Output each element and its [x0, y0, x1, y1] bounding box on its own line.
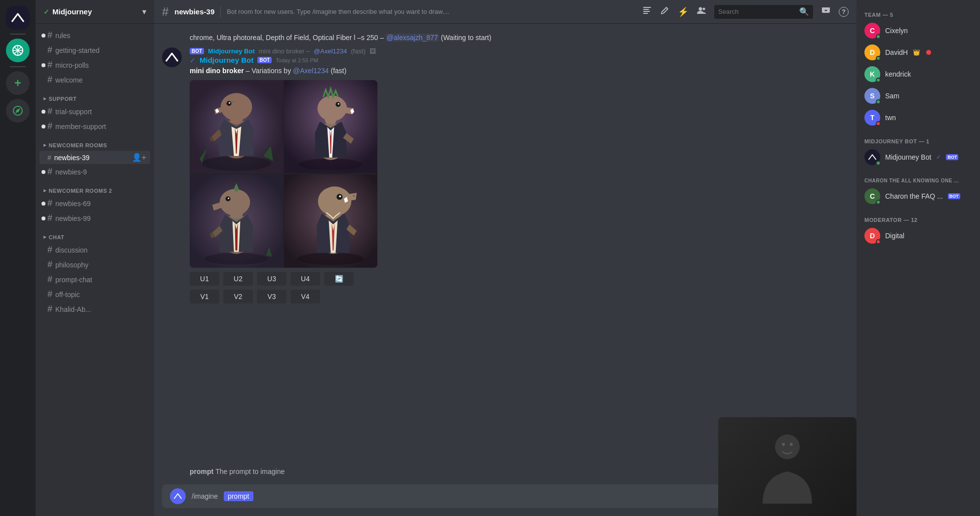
channel-item-newbies-39[interactable]: # newbies-39 👤+ [40, 151, 150, 164]
member-twn[interactable]: T twn [860, 107, 976, 129]
status-indicator [876, 78, 881, 83]
member-midjourney-bot[interactable]: Midjourney Bot ✓ BOT [860, 146, 976, 168]
svg-point-27 [297, 253, 364, 265]
prompt-description: The prompt to imagine [215, 468, 285, 475]
member-cixelyn[interactable]: C Cixelyn [860, 20, 976, 42]
thread-icon[interactable] [642, 5, 652, 18]
channel-name-khalid: Khalid-Ab... [55, 305, 91, 313]
message-group-bot: BOT Midjourney Bot mini dino broker – @A… [154, 45, 857, 305]
svg-point-3 [703, 8, 705, 10]
channel-item-welcome[interactable]: # welcome [40, 73, 150, 87]
channel-hash-icon: # [47, 121, 52, 131]
v4-button[interactable]: V4 [290, 290, 320, 303]
channel-item-discussion[interactable]: # discussion [40, 243, 150, 257]
verified-badge-icon: ✓ [936, 154, 941, 161]
verified-icon: ✓ [190, 56, 196, 64]
channel-item-newbies-69[interactable]: # newbies-69 [40, 196, 150, 211]
channel-name-prompt-chat: prompt-chat [55, 276, 92, 284]
server-checkmark: ✓ [43, 8, 49, 16]
channel-hash-icon: # [47, 45, 52, 55]
category-arrow: ▸ [43, 95, 47, 102]
member-davidh[interactable]: D DavidH 👑 [860, 42, 976, 63]
bot-badge-right: BOT [946, 154, 958, 160]
bot-badge: BOT [257, 57, 272, 63]
channel-sidebar: ✓ Midjourney ▾ # rules # getting-started… [36, 0, 154, 516]
v2-button[interactable]: V2 [223, 290, 253, 303]
member-avatar-kendrick: K [864, 66, 880, 82]
channel-item-khalid[interactable]: # Khalid-Ab... [40, 302, 150, 316]
status-indicator [876, 161, 881, 166]
refresh-button[interactable]: 🔄 [324, 272, 354, 286]
channel-item-trial-support[interactable]: # trial-support [40, 104, 150, 119]
server-header[interactable]: ✓ Midjourney ▾ [36, 0, 154, 24]
search-input[interactable] [718, 8, 795, 15]
thumbnail-icon[interactable]: 🖼 [369, 47, 376, 55]
edit-icon[interactable] [660, 5, 670, 18]
search-box[interactable]: 🔍 [714, 5, 813, 19]
u3-button[interactable]: U3 [257, 272, 286, 286]
member-name-twn: twn [885, 114, 896, 122]
channel-item-micro-polls[interactable]: # micro-polls [40, 58, 150, 72]
channel-item-philosophy[interactable]: # philosophy [40, 258, 150, 272]
speed-label: (fast) [331, 67, 347, 75]
channel-name-member-support: member-support [55, 123, 106, 130]
member-avatar-digital: D [864, 228, 880, 244]
channel-name-philosophy: philosophy [55, 261, 88, 269]
channel-item-member-support[interactable]: # member-support [40, 119, 150, 133]
category-label: NEWCOMER ROOMS [49, 142, 107, 148]
video-feed [718, 417, 857, 516]
add-server-icon[interactable]: + [6, 71, 30, 95]
help-icon[interactable]: ? [839, 7, 849, 17]
status-indicator [876, 121, 881, 126]
category-label: CHAT [49, 234, 65, 240]
inline-subject: mini dino broker – [259, 47, 310, 55]
v1-button[interactable]: V1 [190, 290, 219, 303]
u1-button[interactable]: U1 [190, 272, 219, 286]
channel-hash-icon: # [47, 259, 52, 270]
v3-button[interactable]: V3 [257, 290, 286, 303]
add-member-icon[interactable]: 👤+ [132, 153, 146, 162]
channel-item-getting-started[interactable]: # getting-started [40, 43, 150, 57]
openai-server-icon[interactable] [6, 39, 30, 62]
message-text: mini dino broker – Variations by @Axel12… [190, 66, 849, 76]
members-icon[interactable] [696, 5, 706, 18]
channel-item-rules[interactable]: # rules [40, 28, 150, 43]
svg-point-16 [318, 95, 347, 121]
action-buttons-row1: U1 U2 U3 U4 🔄 [190, 272, 849, 286]
member-avatar-davidh: D [864, 44, 880, 60]
inbox-icon[interactable] [821, 5, 831, 18]
prev-message-text: chrome, Ultra photoreal, Depth of Field,… [190, 34, 386, 42]
member-sam[interactable]: S Sam [860, 85, 976, 107]
message-author: Midjourney Bot [200, 56, 253, 64]
category-newcomer-rooms-2[interactable]: ▸ NEWCOMER ROOMS 2 [36, 179, 154, 196]
channel-hash-icon: # [47, 75, 52, 85]
channel-hash-icon: # [47, 304, 52, 314]
image-cell-4 [284, 174, 377, 268]
explore-server-icon[interactable] [6, 99, 30, 123]
u4-button[interactable]: U4 [290, 272, 320, 286]
member-name-cixelyn: Cixelyn [885, 27, 908, 35]
member-kendrick[interactable]: K kendrick [860, 63, 976, 85]
member-charon[interactable]: C Charon the FAQ ... BOT [860, 185, 976, 207]
bot-badge-charon: BOT [948, 193, 960, 199]
category-support[interactable]: ▸ SUPPORT [36, 87, 154, 104]
midjourney-bot-section-header: MIDJOURNEY BOT — 1 [860, 134, 976, 146]
channel-description: Bot room for new users. Type /imagine th… [227, 8, 636, 15]
team-section-header: TEAM — 5 [860, 8, 976, 20]
channel-name-micro-polls: micro-polls [55, 61, 89, 69]
svg-point-33 [353, 195, 355, 197]
channel-item-prompt-chat[interactable]: # prompt-chat [40, 272, 150, 287]
channel-item-newbies-99[interactable]: # newbies-99 [40, 211, 150, 225]
boost-icon[interactable]: ⚡ [678, 6, 689, 17]
prev-message: chrome, Ultra photoreal, Depth of Field,… [154, 32, 857, 45]
image-cell-2 [284, 80, 377, 173]
channel-item-newbies-9[interactable]: # newbies-9 [40, 165, 150, 179]
category-newcomer-rooms[interactable]: ▸ NEWCOMER ROOMS [36, 134, 154, 150]
channel-name-trial-support: trial-support [55, 108, 92, 116]
channel-item-off-topic[interactable]: # off-topic [40, 287, 150, 301]
midjourney-server-icon[interactable] [6, 6, 30, 30]
member-digital[interactable]: D Digital [860, 225, 976, 247]
u2-button[interactable]: U2 [223, 272, 253, 286]
category-chat[interactable]: ▸ CHAT [36, 226, 154, 242]
member-avatar-mj-bot [864, 149, 880, 165]
